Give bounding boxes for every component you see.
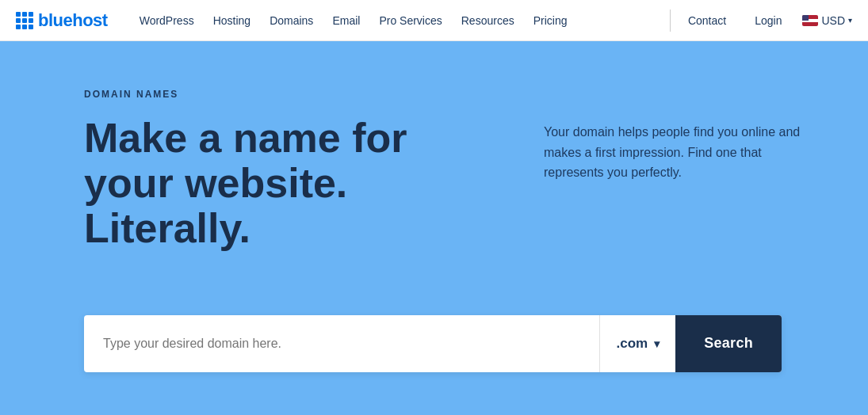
hero-heading: Make a name for your website. Literally. <box>84 116 496 252</box>
tld-value: .com <box>616 336 648 352</box>
nav-item-pricing[interactable]: Pricing <box>526 10 575 32</box>
currency-label: USD <box>821 14 845 27</box>
logo-link[interactable]: bluehost <box>16 10 108 31</box>
nav-item-wordpress[interactable]: WordPress <box>132 10 202 32</box>
login-link[interactable]: Login <box>747 10 790 32</box>
domain-search-bar: .com ▾ Search <box>84 315 782 372</box>
currency-chevron-icon: ▾ <box>848 16 852 25</box>
domain-search-input[interactable] <box>84 315 599 372</box>
hero-description: Your domain helps people find you online… <box>544 122 813 183</box>
nav-item-resources[interactable]: Resources <box>453 10 522 32</box>
nav-item-domains[interactable]: Domains <box>262 10 321 32</box>
nav-item-email[interactable]: Email <box>324 10 368 32</box>
header-right: Contact Login USD ▾ <box>680 10 852 32</box>
header-divider <box>670 10 671 32</box>
search-button[interactable]: Search <box>675 315 782 372</box>
tld-chevron-icon: ▾ <box>654 337 660 350</box>
contact-link[interactable]: Contact <box>680 10 734 32</box>
hero-section: DOMAIN NAMES Make a name for your websit… <box>0 41 868 415</box>
section-label: DOMAIN NAMES <box>84 89 784 100</box>
logo-text: bluehost <box>38 10 108 31</box>
tld-selector-button[interactable]: .com ▾ <box>599 315 675 372</box>
main-nav: WordPress Hosting Domains Email Pro Serv… <box>132 10 660 32</box>
nav-item-pro-services[interactable]: Pro Services <box>371 10 449 32</box>
hero-right: Your domain helps people find you online… <box>544 116 813 183</box>
nav-item-hosting[interactable]: Hosting <box>205 10 258 32</box>
logo-grid-icon <box>16 12 33 29</box>
main-header: bluehost WordPress Hosting Domains Email… <box>0 0 868 41</box>
hero-content: Make a name for your website. Literally.… <box>84 116 784 284</box>
hero-left: Make a name for your website. Literally. <box>84 116 496 284</box>
flag-icon <box>802 15 818 26</box>
currency-selector[interactable]: USD ▾ <box>802 14 852 27</box>
